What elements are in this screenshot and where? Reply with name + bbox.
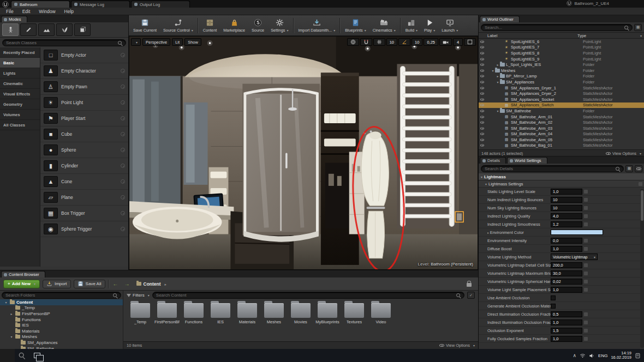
notification-center-icon[interactable] (635, 353, 641, 359)
folder-tile-movies[interactable]: Movies (288, 303, 313, 324)
launch-button[interactable]: Launch (438, 16, 461, 35)
drag-grip-icon[interactable] (121, 85, 125, 89)
outliner-search-input[interactable] (485, 25, 623, 30)
folder-tile-functions[interactable]: Functions (181, 303, 206, 324)
search-folders-input[interactable] (5, 293, 112, 298)
visibility-eye-icon[interactable] (479, 116, 485, 118)
drag-grip-icon[interactable] (121, 69, 125, 73)
expander-arrow-icon[interactable]: ▸ (9, 312, 14, 316)
reset-to-default-icon[interactable] (584, 263, 588, 267)
reset-to-default-icon[interactable] (584, 337, 588, 341)
window-tab-bathroom[interactable]: Bathroom (11, 1, 70, 8)
folder-tile-temp[interactable]: _Temp (128, 303, 153, 324)
drag-grip-icon[interactable] (121, 53, 125, 57)
menu-edit[interactable]: Edit (18, 9, 35, 14)
reset-to-default-icon[interactable] (584, 272, 588, 275)
expander-arrow-icon[interactable]: ▾ (9, 335, 14, 339)
expander-arrow-icon[interactable]: ▾ (496, 80, 500, 84)
number-field[interactable]: 0,5 (551, 311, 582, 317)
window-tab-message-log[interactable]: Message Log (71, 1, 130, 8)
reset-to-default-icon[interactable] (584, 321, 588, 324)
reset-to-default-icon[interactable] (584, 222, 588, 226)
placeable-item-sphere-trigger[interactable]: ◉Sphere Trigger (40, 221, 128, 237)
outliner-row-sm-appliances-dryer-2[interactable]: ▧SM_Appliances_Dryer_2StaticMeshActor (479, 90, 644, 96)
surface-snap-icon[interactable] (360, 38, 372, 46)
outliner-row-sm-bathrobe[interactable]: ▾SM_BathrobeFolder (479, 108, 644, 114)
show-flags-button[interactable]: Show (184, 38, 201, 46)
viewport-options-button[interactable] (131, 38, 141, 46)
outliner-row-bp-mirror-lamp[interactable]: ▸BP_Mirror_LampFolder (479, 74, 644, 80)
outliner-search-box[interactable] (481, 24, 633, 31)
visibility-eye-icon[interactable] (479, 69, 485, 71)
rotation-snap-value[interactable]: 10 (412, 38, 422, 46)
visibility-eye-icon[interactable] (479, 93, 485, 95)
outliner-column-headers[interactable]: Label Type (479, 32, 644, 39)
outliner-row-spotlighties-6[interactable]: ☀SpotLightIES_6PointLight (479, 39, 644, 45)
visibility-eye-icon[interactable] (479, 110, 485, 112)
details-view-options-icon[interactable] (635, 165, 642, 172)
folder-tree-item-content[interactable]: ▾Content (0, 299, 123, 305)
scrollbar-thumb[interactable] (641, 190, 643, 221)
outliner-row-sm-bathrobe-arm-05[interactable]: ▧SM_Bathrobe_Arm_05StaticMeshActor (479, 137, 644, 143)
tab-details[interactable]: Details (480, 157, 506, 164)
visibility-eye-icon[interactable] (479, 122, 485, 124)
marketplace-button[interactable]: Marketplace (220, 16, 248, 35)
details-search-input[interactable] (485, 166, 615, 171)
mode-tab-landscape-icon[interactable] (38, 23, 55, 36)
perspective-button[interactable]: Perspective (142, 38, 170, 46)
import-button[interactable]: Import (43, 280, 71, 288)
number-field[interactable]: 0,02 (551, 279, 582, 285)
mode-tab-paint-icon[interactable] (20, 23, 37, 36)
reset-to-default-icon[interactable] (584, 198, 588, 202)
folder-tree-item-firstpersonbp[interactable]: ▸FirstPersonBP (0, 311, 123, 317)
mode-category-geometry[interactable]: Geometry (0, 99, 40, 110)
visibility-eye-icon[interactable] (479, 133, 485, 135)
outliner-row-sm-bathrobe-arm-03[interactable]: ▧SM_Bathrobe_Arm_03StaticMeshActor (479, 125, 644, 131)
placeable-item-box-trigger[interactable]: ▦Box Trigger (40, 206, 128, 221)
number-field[interactable]: 1,0 (551, 336, 582, 342)
visibility-eye-icon[interactable] (479, 138, 485, 141)
outliner-row-spotlighties-9[interactable]: ☀SpotLightIES_9PointLight (479, 56, 644, 62)
outliner-row-sm-bathrobe-arm-02[interactable]: ▧SM_Bathrobe_Arm_02StaticMeshActor (479, 119, 644, 125)
search-content-input[interactable] (156, 293, 455, 298)
folder-tile-video[interactable]: Video (368, 303, 393, 324)
folder-tile-meshes[interactable]: Meshes (261, 303, 287, 324)
tab-world-outliner[interactable]: World Outliner (480, 16, 520, 22)
expander-arrow-icon[interactable]: ▾ (491, 69, 495, 73)
visibility-eye-icon[interactable] (479, 75, 485, 77)
save-current-button[interactable]: Save Current (130, 16, 160, 35)
number-field[interactable]: 200,0 (551, 262, 582, 268)
tab-modes[interactable]: Modes (1, 16, 27, 22)
checkbox[interactable] (551, 304, 556, 309)
number-field[interactable]: 1,0 (551, 246, 582, 252)
outliner-row-meshes[interactable]: ▾MeshesFolder (479, 68, 644, 74)
folder-tree-item-ies[interactable]: IES (0, 322, 123, 328)
visibility-eye-icon[interactable] (479, 52, 485, 54)
tray-expand-icon[interactable]: ∧ (573, 353, 577, 358)
placeable-item-empty-actor[interactable]: □Empty Actor (40, 47, 128, 63)
outliner-row-spotlighties-8[interactable]: ☀SpotLightIES_8PointLight (479, 50, 644, 56)
folder-tree-item-temp[interactable]: _Temp (0, 305, 123, 311)
rotation-snap-icon[interactable] (398, 38, 410, 46)
drag-grip-icon[interactable] (121, 132, 125, 136)
placeable-item-empty-character[interactable]: ♟Empty Character (40, 63, 128, 79)
placeable-item-empty-pawn[interactable]: ♙Empty Pawn (40, 79, 128, 95)
outliner-row-sm-appliances[interactable]: ▾SM_AppliancesFolder (479, 79, 644, 85)
outliner-row-sm-appliances-socket[interactable]: ▧SM_Appliances_SocketStaticMeshActor (479, 96, 644, 102)
visibility-eye-icon[interactable] (479, 64, 485, 66)
search-classes-input[interactable] (6, 40, 117, 45)
maximize-viewport-icon[interactable] (464, 38, 476, 46)
column-type[interactable]: Type (577, 33, 639, 38)
mode-tab-place-icon[interactable] (2, 23, 19, 36)
number-field[interactable]: 1,0 (551, 189, 582, 195)
viewport[interactable]: Perspective Lit Show 10 10 0,25 4 Level:… (129, 36, 478, 270)
mode-tab-geometry-icon[interactable] (74, 23, 91, 36)
details-scrollbar[interactable] (640, 189, 644, 348)
back-button[interactable]: ← (111, 280, 120, 288)
placeable-item-plane[interactable]: ▱Plane (40, 190, 128, 206)
reset-to-default-icon[interactable] (584, 190, 588, 194)
expander-arrow-icon[interactable]: ▾ (4, 300, 8, 304)
placeable-item-point-light[interactable]: ☀Point Light (40, 95, 128, 111)
menu-window[interactable]: Window (34, 9, 59, 14)
outliner-row-sm-bathrobe-arm-04[interactable]: ▧SM_Bathrobe_Arm_04StaticMeshActor (479, 131, 644, 137)
